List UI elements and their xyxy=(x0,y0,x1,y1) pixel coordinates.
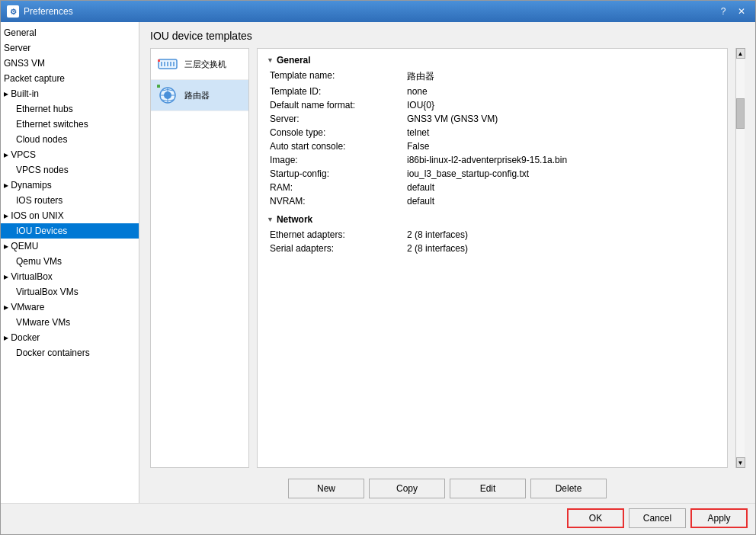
title-bar: ⚙ Preferences ? ✕ xyxy=(1,1,755,22)
sidebar-item-ethernet-hubs[interactable]: Ethernet hubs xyxy=(1,101,139,117)
table-row: RAM:default xyxy=(267,181,718,194)
field-label: Default name format: xyxy=(267,98,404,112)
details-table-general: Template name:路由器Template ID:noneDefault… xyxy=(267,69,718,208)
field-label: RAM: xyxy=(267,181,404,194)
field-value: 2 (8 interfaces) xyxy=(404,228,718,242)
sidebar-item-general[interactable]: General xyxy=(1,25,139,40)
apply-button[interactable]: Apply xyxy=(690,508,748,528)
sidebar: GeneralServerGNS3 VMPacket capture▸ Buil… xyxy=(1,22,139,503)
sidebar-item-vmware[interactable]: ▸ VMware xyxy=(1,300,139,315)
table-row: Image:i86bi-linux-l2-adventerprisek9-15.… xyxy=(267,153,718,167)
table-row: Console type:telnet xyxy=(267,126,718,139)
scrollbar-track xyxy=(736,59,745,457)
svg-rect-6 xyxy=(158,59,160,62)
table-row: Auto start console:False xyxy=(267,139,718,153)
device-item-dev1[interactable]: 三层交换机 xyxy=(151,49,248,80)
close-button[interactable]: ✕ xyxy=(734,5,749,18)
field-label: Serial adapters: xyxy=(267,242,404,255)
content-area: 三层交换机 路由器 General Template name:路由器Templ… xyxy=(139,48,755,474)
table-row: Startup-config:iou_l3_base_startup-confi… xyxy=(267,167,718,181)
sidebar-item-cloud-nodes[interactable]: Cloud nodes xyxy=(1,132,139,147)
router-icon xyxy=(155,83,180,107)
sidebar-item-gns3vm[interactable]: GNS3 VM xyxy=(1,56,139,71)
field-label: Ethernet adapters: xyxy=(267,228,404,242)
sidebar-item-virtualbox-vms[interactable]: VirtualBox VMs xyxy=(1,284,139,300)
sidebar-item-qemu-vms[interactable]: Qemu VMs xyxy=(1,254,139,269)
right-scrollbar[interactable]: ▲ ▼ xyxy=(735,48,745,468)
copy-button[interactable]: Copy xyxy=(369,479,445,498)
sidebar-item-docker-containers[interactable]: Docker containers xyxy=(1,345,139,360)
sidebar-item-vmware-vms[interactable]: VMware VMs xyxy=(1,315,139,330)
field-value: iou_l3_base_startup-config.txt xyxy=(404,167,718,181)
table-row: Default name format:IOU{0} xyxy=(267,98,718,112)
table-row: NVRAM:default xyxy=(267,194,718,208)
field-label: NVRAM: xyxy=(267,194,404,208)
window-body: GeneralServerGNS3 VMPacket capture▸ Buil… xyxy=(1,22,755,503)
field-label: Template ID: xyxy=(267,85,404,98)
sidebar-item-dynamips[interactable]: ▸ Dynamips xyxy=(1,178,139,193)
table-row: Template ID:none xyxy=(267,85,718,98)
device-name-dev2: 路由器 xyxy=(184,90,210,101)
field-label: Console type: xyxy=(267,126,404,139)
sidebar-item-virtualbox[interactable]: ▸ VirtualBox xyxy=(1,269,139,284)
field-value: telnet xyxy=(404,126,718,139)
field-value: 路由器 xyxy=(404,69,718,85)
switch-icon xyxy=(155,52,180,76)
field-label: Template name: xyxy=(267,69,404,85)
sidebar-item-server[interactable]: Server xyxy=(1,40,139,56)
field-label: Startup-config: xyxy=(267,167,404,181)
main-content: IOU device templates 三层交换机 xyxy=(139,22,755,503)
content-title: IOU device templates xyxy=(139,22,755,48)
sidebar-item-vpcs-nodes[interactable]: VPCS nodes xyxy=(1,162,139,178)
field-value: 2 (8 interfaces) xyxy=(404,242,718,255)
field-value: False xyxy=(404,139,718,153)
title-bar-buttons: ? ✕ xyxy=(716,5,749,18)
action-buttons: New Copy Edit Delete xyxy=(139,474,755,503)
field-label: Auto start console: xyxy=(267,139,404,153)
sidebar-item-qemu[interactable]: ▸ QEMU xyxy=(1,239,139,254)
scroll-up-btn[interactable]: ▲ xyxy=(736,48,745,59)
device-name-dev1: 三层交换机 xyxy=(184,59,226,70)
sidebar-item-ios-on-unix[interactable]: ▸ IOS on UNIX xyxy=(1,208,139,223)
field-value: default xyxy=(404,194,718,208)
table-row: Ethernet adapters:2 (8 interfaces) xyxy=(267,228,718,242)
scrollbar-thumb[interactable] xyxy=(736,98,745,129)
delete-button[interactable]: Delete xyxy=(530,479,607,498)
cancel-button[interactable]: Cancel xyxy=(629,508,686,528)
sidebar-item-packet-capture[interactable]: Packet capture xyxy=(1,71,139,86)
table-row: Server:GNS3 VM (GNS3 VM) xyxy=(267,112,718,126)
general-section-title: General xyxy=(267,55,718,66)
device-list: 三层交换机 路由器 xyxy=(150,48,249,468)
sidebar-item-iou-devices[interactable]: IOU Devices xyxy=(1,223,139,239)
new-button[interactable]: New xyxy=(288,479,364,498)
device-item-dev2[interactable]: 路由器 xyxy=(151,80,248,111)
field-label: Server: xyxy=(267,112,404,126)
field-value: none xyxy=(404,85,718,98)
network-section-title: Network xyxy=(267,214,718,225)
sidebar-item-ios-routers[interactable]: IOS routers xyxy=(1,193,139,208)
preferences-window: ⚙ Preferences ? ✕ GeneralServerGNS3 VMPa… xyxy=(0,0,756,535)
field-value: IOU{0} xyxy=(404,98,718,112)
sidebar-item-built-in[interactable]: ▸ Built-in xyxy=(1,86,139,101)
window-title: Preferences xyxy=(24,6,716,17)
sidebar-item-docker[interactable]: ▸ Docker xyxy=(1,330,139,345)
field-value: i86bi-linux-l2-adventerprisek9-15.1a.bin xyxy=(404,153,718,167)
sidebar-item-ethernet-switches[interactable]: Ethernet switches xyxy=(1,117,139,132)
svg-rect-11 xyxy=(157,85,160,88)
scroll-down-btn[interactable]: ▼ xyxy=(736,457,745,468)
edit-button[interactable]: Edit xyxy=(450,479,526,498)
dialog-footer: OK Cancel Apply xyxy=(1,503,755,534)
details-panel: General Template name:路由器Template ID:non… xyxy=(257,48,728,468)
field-label: Image: xyxy=(267,153,404,167)
table-row: Serial adapters:2 (8 interfaces) xyxy=(267,242,718,255)
ok-button[interactable]: OK xyxy=(567,508,624,528)
table-row: Template name:路由器 xyxy=(267,69,718,85)
help-button[interactable]: ? xyxy=(716,5,731,18)
sidebar-item-vpcs[interactable]: ▸ VPCS xyxy=(1,147,139,162)
details-table-network: Ethernet adapters:2 (8 interfaces)Serial… xyxy=(267,228,718,255)
field-value: GNS3 VM (GNS3 VM) xyxy=(404,112,718,126)
field-value: default xyxy=(404,181,718,194)
app-icon: ⚙ xyxy=(7,5,19,18)
